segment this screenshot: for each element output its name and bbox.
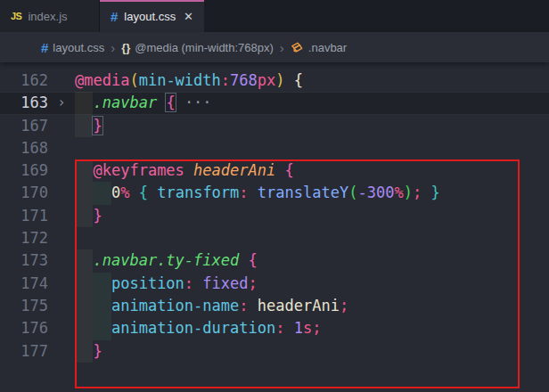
line-number: 175 [0,295,48,317]
code-token: ( [129,71,138,89]
gutter: 175 [0,295,75,317]
code-line-173[interactable]: 173 .navbar.ty-fixed { [0,249,549,272]
line-number: 173 [0,249,48,272]
line-number: 171 [0,205,48,227]
fold-spacer [48,340,75,363]
code-line-163[interactable]: 163› .navbar { ··· [0,92,549,114]
chevron-right-icon: › [111,41,115,54]
code-token: 1 [294,319,303,337]
close-icon[interactable]: ✕ [184,10,193,23]
code-line-170[interactable]: 170 0% { transform: translateY(-300%); } [0,182,549,204]
code-token: 768 [230,71,258,89]
code-content: .navbar { ··· [75,92,549,114]
code-token [75,297,111,314]
code-editor[interactable]: 162@media(min-width:768px) {163› .navbar… [0,62,549,363]
code-token: { [294,71,303,89]
gutter: 177 [0,340,75,363]
code-token: { [139,184,148,201]
code-token: : [221,71,230,89]
tab-layout-css[interactable]: # layout.css ✕ [100,0,204,32]
code-token: position [111,274,184,292]
fold-spacer [48,137,75,159]
code-content: position: fixed; [75,273,549,295]
css-icon: # [111,10,118,23]
gutter: 162 [0,69,75,92]
code-token: headerAni [258,297,340,314]
code-content: @media(min-width:768px) { [75,69,549,92]
fold-spacer [48,182,75,204]
code-line-171[interactable]: 171 } [0,205,549,227]
code-token [249,297,258,314]
code-content: animation-duration: 1s; [75,317,549,339]
code-token [148,184,157,201]
code-token [249,184,258,201]
tab-index-js[interactable]: JS index.js [0,0,100,32]
js-icon: JS [11,12,21,21]
code-line-176[interactable]: 176 animation-duration: 1s; [0,317,549,339]
code-line-162[interactable]: 162@media(min-width:768px) { [0,69,549,92]
line-number: 167 [0,115,48,137]
code-token: transform [157,184,239,201]
code-line-167[interactable]: 167 } [0,115,549,137]
code-line-175[interactable]: 175 animation-name: headerAni; [0,295,549,317]
code-token: animation-name [111,297,239,314]
fold-spacer [48,227,75,249]
code-token: 0 [111,184,120,201]
fold-spacer [48,273,75,295]
line-number: 176 [0,317,48,339]
code-token: } [93,207,102,225]
code-token: } [93,117,102,135]
fold-spacer [48,249,75,272]
code-token: ; [312,319,321,337]
fold-spacer [48,295,75,317]
code-token: @media [75,71,129,89]
fold-spacer [48,317,75,339]
line-number: 174 [0,273,48,295]
code-content: animation-name: headerAni; [75,295,549,317]
gutter: 169 [0,159,75,182]
code-token: animation-duration [111,319,275,337]
code-token [75,251,93,269]
code-token: fixed [202,274,248,292]
css-icon: # [41,41,48,54]
code-token: .navbar.ty-fixed [93,251,239,269]
code-token: ; [249,274,258,292]
gutter: 172 [0,227,75,249]
breadcrumb-media-query[interactable]: {} @media (min-width:768px) [121,41,274,54]
code-token: : [275,319,284,337]
fold-chevron-icon[interactable]: › [48,92,75,114]
code-line-172[interactable]: 172 [0,227,549,249]
gutter: 174 [0,273,75,295]
code-line-169[interactable]: 169 @keyframes headerAni { [0,159,549,182]
line-number: 177 [0,340,48,363]
css-rule-icon [291,41,304,54]
code-line-174[interactable]: 174 position: fixed; [0,273,549,295]
braces-icon: {} [121,41,130,54]
code-token: ) [404,184,413,201]
code-token [275,161,284,179]
code-token [422,184,430,201]
gutter: 163› [0,92,75,114]
gutter: 171 [0,205,75,227]
gutter: 176 [0,317,75,339]
code-token: } [430,184,439,201]
code-content: .navbar.ty-fixed { [75,249,549,272]
line-number: 170 [0,182,48,204]
code-token: : [239,184,248,201]
code-token: % [394,184,403,201]
code-token [184,161,193,179]
code-line-177[interactable]: 177 } [0,340,549,363]
breadcrumb-navbar-rule[interactable]: .navbar [291,41,347,54]
breadcrumb-file[interactable]: # layout.css [41,41,104,54]
code-line-168[interactable]: 168 [0,137,549,159]
code-token: { [284,161,293,179]
gutter: 168 [0,137,75,159]
code-token: -300 [357,184,394,201]
tab-label: index.js [28,10,67,23]
code-token: { [166,94,175,111]
code-token [75,342,93,360]
code-token: headerAni [193,161,275,179]
code-token: : [239,297,248,314]
code-token [75,94,93,111]
code-token: ( [348,184,357,201]
